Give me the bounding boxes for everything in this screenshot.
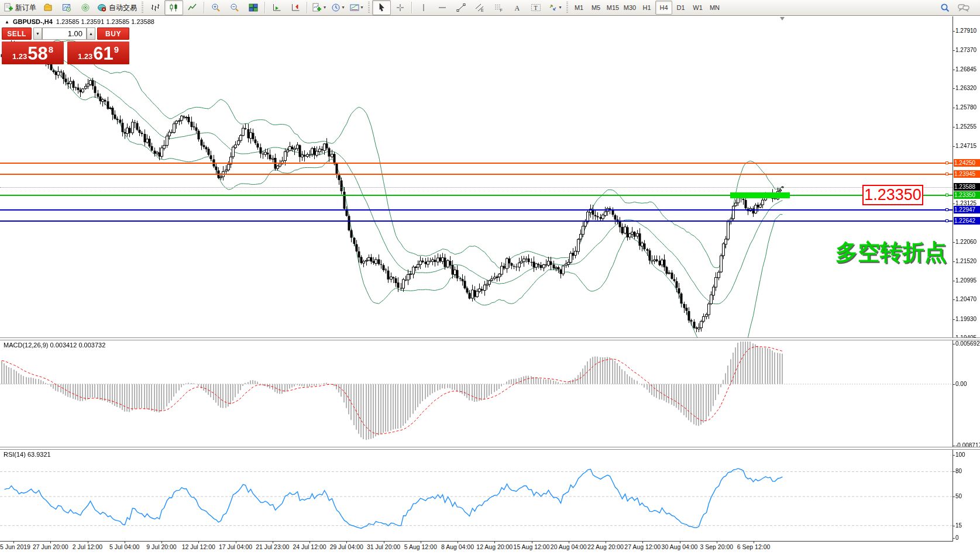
tile-windows-button[interactable] (244, 0, 263, 15)
arrows-tool-button[interactable]: ▾ (545, 0, 564, 15)
buy-price-small: 1.23 (78, 52, 92, 61)
buy-price-big: 61 (93, 45, 113, 63)
horizontal-level-line[interactable] (0, 195, 953, 196)
sell-quote-button[interactable]: 1.23 58 8 (2, 42, 64, 64)
price-axis-tick-label: 1.27910 (955, 27, 976, 34)
buy-price-pip: 9 (114, 44, 119, 54)
auto-trading-button[interactable]: 自动交易 (95, 0, 139, 15)
zoom-out-button[interactable] (225, 0, 244, 15)
bar-chart-type-button[interactable] (146, 0, 164, 15)
timeframe-button-w1[interactable]: W1 (689, 1, 706, 15)
timeframe-button-mn[interactable]: MN (706, 1, 723, 15)
svg-text:T: T (534, 5, 538, 11)
line-chart-type-button[interactable] (183, 0, 202, 15)
timeframe-button-m5[interactable]: M5 (587, 1, 604, 15)
volume-up-button[interactable]: ▲ (87, 27, 95, 40)
volume-input[interactable]: 1.00 (42, 27, 87, 40)
axis-tick (953, 281, 955, 281)
trendline-tool-button[interactable] (452, 0, 470, 15)
profiles-button[interactable] (39, 0, 57, 15)
date-tick (346, 541, 347, 543)
level-line-anchor (945, 161, 948, 164)
search-button[interactable] (936, 0, 954, 15)
text-label-tool-button[interactable]: T (527, 0, 545, 15)
templates-button[interactable]: ▾ (347, 0, 366, 15)
text-label-icon: T (531, 3, 541, 12)
date-tick (532, 541, 532, 543)
chat-button[interactable] (954, 0, 973, 15)
cursor-tool-button[interactable] (372, 0, 391, 15)
macd-panel-divider[interactable] (0, 337, 980, 340)
date-label: 31 Jul 20:00 (367, 543, 400, 550)
signals-button[interactable] (76, 0, 95, 15)
main-chart-canvas[interactable] (0, 16, 953, 338)
collapse-triangle-icon[interactable]: ▲ (5, 19, 9, 25)
chart-shift-button[interactable] (286, 0, 305, 15)
tile-windows-icon (249, 3, 258, 12)
horizontal-level-line[interactable] (0, 163, 953, 164)
dropdown-caret-icon: ▾ (361, 5, 363, 10)
date-tick (50, 541, 51, 543)
toolbar-separator (307, 2, 308, 13)
candlestick-chart-type-button[interactable] (164, 0, 183, 15)
auto-scroll-button[interactable] (267, 0, 286, 15)
toolbar-separator (264, 2, 266, 13)
axis-tick (953, 108, 955, 108)
charts-button[interactable] (57, 0, 76, 15)
charts-icon (62, 3, 71, 12)
rsi-axis-tick (953, 471, 955, 472)
axis-tick (953, 50, 955, 51)
timeframe-button-d1[interactable]: D1 (672, 1, 689, 15)
profiles-icon (43, 3, 53, 12)
vertical-line-tool-button[interactable] (414, 0, 433, 15)
chinese-annotation-text[interactable]: 多空转折点 (835, 237, 947, 267)
timeframe-button-m1[interactable]: M1 (570, 1, 587, 15)
horizontal-line-tool-button[interactable] (433, 0, 452, 15)
equidistant-channel-tool-button[interactable]: E (470, 0, 489, 15)
date-tick (88, 541, 88, 543)
timeframe-button-m15[interactable]: M15 (604, 1, 621, 15)
indicators-button[interactable]: ▾ (310, 0, 328, 15)
sell-button[interactable]: SELL (2, 27, 32, 40)
macd-panel-canvas[interactable] (0, 340, 953, 447)
periods-button[interactable]: ▾ (328, 0, 347, 15)
crosshair-tool-button[interactable] (391, 0, 410, 15)
dropdown-caret-icon: ▾ (559, 5, 562, 10)
axis-tick (953, 146, 955, 147)
timeframe-button-h4[interactable]: H4 (655, 1, 672, 15)
crosshair-icon (396, 3, 405, 12)
toolbar-grip (566, 2, 568, 13)
buy-button[interactable]: BUY (97, 27, 129, 40)
timeframe-button-m30[interactable]: M30 (621, 1, 638, 15)
price-callout-box[interactable]: 1.23350 (862, 185, 923, 205)
fibonacci-tool-button[interactable]: F (489, 0, 508, 15)
horizontal-level-line[interactable] (0, 220, 953, 222)
axis-tick (953, 70, 955, 70)
volume-down-button[interactable]: ▼ (33, 27, 42, 40)
macd-scale-label: 0.005692 (955, 340, 980, 347)
timeframe-button-h1[interactable]: H1 (638, 1, 655, 15)
price-axis-tick-label: 1.19930 (955, 316, 976, 322)
buy-quote-button[interactable]: 1.23 61 9 (67, 42, 129, 64)
horizontal-line-icon (438, 3, 447, 12)
price-axis-tick-label: 1.20995 (955, 277, 976, 284)
date-label: 20 Aug 04:00 (551, 543, 587, 550)
new-order-button[interactable]: 新订单 (1, 0, 39, 15)
vertical-line-icon (419, 3, 428, 12)
horizontal-level-line[interactable] (0, 174, 953, 175)
cursor-icon (377, 3, 386, 12)
zoom-out-icon (230, 3, 239, 12)
svg-text:F: F (500, 8, 503, 12)
date-tick (161, 541, 162, 543)
rsi-scale-label: 15 (955, 522, 962, 529)
rsi-panel-divider[interactable] (0, 447, 980, 450)
date-tick (754, 541, 754, 543)
price-axis-tick-label: 1.26845 (955, 66, 976, 73)
axis-tick (953, 242, 955, 243)
rsi-panel-canvas[interactable] (0, 450, 953, 541)
level-highlight-segment[interactable] (730, 192, 790, 198)
price-axis-tick-label: 1.27370 (955, 47, 976, 53)
zoom-in-button[interactable] (207, 0, 225, 15)
horizontal-level-line[interactable] (0, 209, 953, 211)
text-tool-button[interactable]: A (508, 0, 527, 15)
